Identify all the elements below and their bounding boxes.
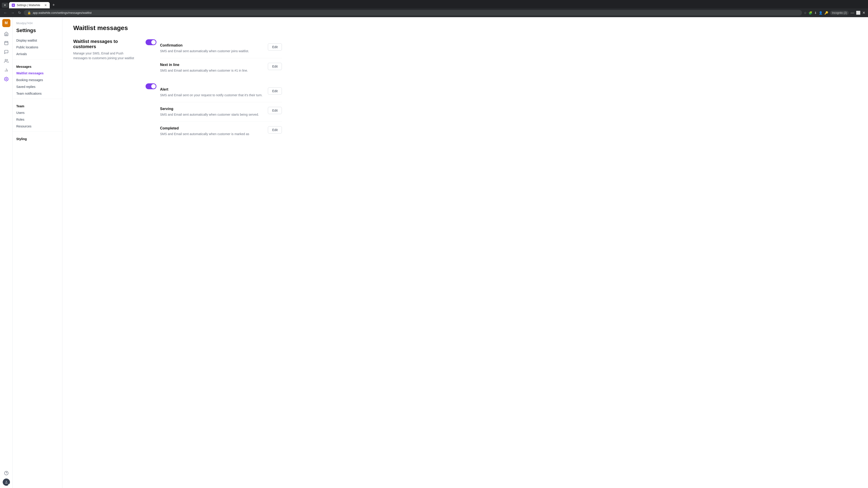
back-button[interactable]: ← bbox=[3, 10, 8, 16]
sidebar-item-resources[interactable]: Resources bbox=[13, 123, 62, 130]
tab-favicon: W bbox=[12, 4, 15, 7]
incognito-badge: Incognito (2) bbox=[830, 11, 849, 15]
org-avatar[interactable]: M bbox=[2, 19, 10, 27]
tab-bar: ▼ W Settings | Waitwhile ✕ + bbox=[0, 0, 868, 8]
message-item-alert: Alert SMS and Email sent on your request… bbox=[160, 83, 282, 102]
account-icon[interactable]: 🔑 bbox=[825, 11, 828, 15]
sidebar-section-messages: Messages bbox=[13, 61, 62, 70]
nav-calendar-icon[interactable] bbox=[2, 39, 10, 47]
url-text: app.waitwhile.com/settings/messages/wait… bbox=[33, 11, 92, 14]
sidebar-item-users[interactable]: Users bbox=[13, 109, 62, 116]
user-avatar-icon[interactable] bbox=[2, 478, 10, 486]
sidebar-item-team-notifications[interactable]: Team notifications bbox=[13, 90, 62, 97]
edit-button-serving[interactable]: Edit bbox=[268, 107, 282, 114]
sidebar-section-styling: Styling bbox=[13, 133, 62, 142]
main-content: Waitlist messages Waitlist messages to c… bbox=[62, 17, 868, 488]
forward-button[interactable]: → bbox=[10, 10, 16, 16]
toggle-slider-alert bbox=[146, 84, 156, 89]
message-desc-next-in-line: SMS and Email sent automatically when cu… bbox=[160, 68, 262, 73]
sidebar-section-team: Team bbox=[13, 101, 62, 109]
toggle-alert[interactable] bbox=[146, 84, 156, 89]
address-bar: ← → ↻ 🔒 app.waitwhile.com/settings/messa… bbox=[0, 8, 868, 17]
app-layout: M Moodjoy7434 Setting bbox=[0, 17, 868, 488]
sidebar-item-roles[interactable]: Roles bbox=[13, 116, 62, 123]
new-tab-button[interactable]: + bbox=[51, 2, 57, 8]
maximize-icon[interactable]: ⬜ bbox=[856, 11, 861, 15]
nav-users-icon[interactable] bbox=[2, 57, 10, 65]
svg-point-8 bbox=[6, 78, 7, 80]
nav-settings-icon[interactable] bbox=[2, 75, 10, 83]
extensions-icon[interactable]: 🧩 bbox=[809, 11, 812, 15]
sidebar: Moodjoy7434 Settings Display waitlist Pu… bbox=[13, 17, 62, 488]
sidebar-item-arrivals[interactable]: Arrivals bbox=[13, 51, 62, 57]
sidebar-title: Settings bbox=[13, 28, 62, 37]
browser-chrome: ▼ W Settings | Waitwhile ✕ + ← → ↻ 🔒 app… bbox=[0, 0, 868, 17]
toggle-row-confirmation: Confirmation SMS and Email sent automati… bbox=[146, 39, 282, 77]
messages-list: Confirmation SMS and Email sent automati… bbox=[146, 39, 282, 147]
toggle-row-alert: Alert SMS and Email sent on your request… bbox=[146, 83, 282, 141]
tab-title: Settings | Waitwhile bbox=[17, 4, 40, 7]
svg-rect-0 bbox=[4, 41, 8, 45]
alert-messages-group: Alert SMS and Email sent on your request… bbox=[160, 83, 282, 141]
message-info-alert: Alert SMS and Email sent on your request… bbox=[160, 88, 262, 98]
toggle-slider-confirmation bbox=[146, 39, 156, 45]
toggle-confirmation[interactable] bbox=[146, 39, 156, 45]
message-desc-confirmation: SMS and Email sent automatically when cu… bbox=[160, 49, 262, 54]
message-item-next-in-line: Next in line SMS and Email sent automati… bbox=[160, 58, 282, 77]
message-item-completed: Completed SMS and Email sent automatical… bbox=[160, 122, 282, 141]
user-avatar-bottom[interactable] bbox=[3, 479, 10, 486]
tab-close-button[interactable]: ✕ bbox=[44, 3, 47, 7]
message-info-completed: Completed SMS and Email sent automatical… bbox=[160, 126, 262, 136]
section-description-panel: Waitlist messages to customers Manage yo… bbox=[73, 39, 136, 147]
nav-chat-icon[interactable] bbox=[2, 48, 10, 56]
section-heading: Waitlist messages to customers bbox=[73, 39, 136, 49]
edit-button-next-in-line[interactable]: Edit bbox=[268, 63, 282, 70]
message-info-next-in-line: Next in line SMS and Email sent automati… bbox=[160, 63, 262, 73]
edit-button-completed[interactable]: Edit bbox=[268, 126, 282, 133]
url-bar[interactable]: 🔒 app.waitwhile.com/settings/messages/wa… bbox=[24, 10, 802, 15]
message-title-alert: Alert bbox=[160, 88, 262, 92]
message-info-serving: Serving SMS and Email sent automatically… bbox=[160, 107, 262, 117]
nav-analytics-icon[interactable] bbox=[2, 66, 10, 74]
active-tab[interactable]: W Settings | Waitwhile ✕ bbox=[9, 2, 50, 8]
edit-button-confirmation[interactable]: Edit bbox=[268, 43, 282, 51]
sidebar-username: Moodjoy7434 bbox=[13, 21, 62, 28]
tab-switcher[interactable]: ▼ bbox=[2, 3, 8, 8]
message-title-confirmation: Confirmation bbox=[160, 43, 262, 47]
message-info-confirmation: Confirmation SMS and Email sent automati… bbox=[160, 43, 262, 54]
sidebar-item-waitlist-messages[interactable]: Waitlist messages bbox=[13, 70, 62, 76]
confirmation-messages-group: Confirmation SMS and Email sent automati… bbox=[160, 39, 282, 77]
page-title: Waitlist messages bbox=[73, 24, 857, 32]
message-desc-alert: SMS and Email sent on your request to no… bbox=[160, 93, 262, 98]
bookmark-icon[interactable]: ☆ bbox=[804, 11, 807, 15]
message-title-completed: Completed bbox=[160, 126, 262, 130]
sidebar-divider-3 bbox=[13, 131, 62, 132]
sidebar-item-saved-replies[interactable]: Saved replies bbox=[13, 84, 62, 90]
nav-help-icon[interactable] bbox=[2, 469, 10, 477]
online-indicator bbox=[8, 484, 10, 486]
svg-point-11 bbox=[6, 481, 7, 482]
sidebar-item-booking-messages[interactable]: Booking messages bbox=[13, 76, 62, 84]
svg-point-4 bbox=[5, 59, 6, 61]
message-item-serving: Serving SMS and Email sent automatically… bbox=[160, 102, 282, 122]
icon-nav: M bbox=[0, 17, 13, 488]
message-title-serving: Serving bbox=[160, 107, 262, 111]
message-desc-completed: SMS and Email sent automatically when cu… bbox=[160, 132, 262, 136]
download-icon[interactable]: ⬇ bbox=[814, 11, 817, 15]
message-title-next-in-line: Next in line bbox=[160, 63, 262, 67]
edit-button-alert[interactable]: Edit bbox=[268, 88, 282, 95]
nav-home-icon[interactable] bbox=[2, 30, 10, 38]
message-item-confirmation: Confirmation SMS and Email sent automati… bbox=[160, 39, 282, 58]
address-actions: ☆ 🧩 ⬇ 👤 🔑 Incognito (2) — ⬜ ✕ bbox=[804, 11, 865, 15]
close-icon[interactable]: ✕ bbox=[862, 11, 865, 15]
minimize-icon[interactable]: — bbox=[850, 11, 854, 15]
sidebar-item-display-waitlist[interactable]: Display waitlist bbox=[13, 37, 62, 44]
message-desc-serving: SMS and Email sent automatically when cu… bbox=[160, 112, 262, 117]
reload-button[interactable]: ↻ bbox=[17, 10, 22, 16]
sidebar-divider-2 bbox=[13, 99, 62, 99]
profile-icon[interactable]: 👤 bbox=[819, 11, 823, 15]
section-description: Manage your SMS, Email and Push messages… bbox=[73, 51, 136, 61]
settings-section: Waitlist messages to customers Manage yo… bbox=[73, 39, 857, 147]
sidebar-item-public-locations[interactable]: Public locations bbox=[13, 44, 62, 51]
